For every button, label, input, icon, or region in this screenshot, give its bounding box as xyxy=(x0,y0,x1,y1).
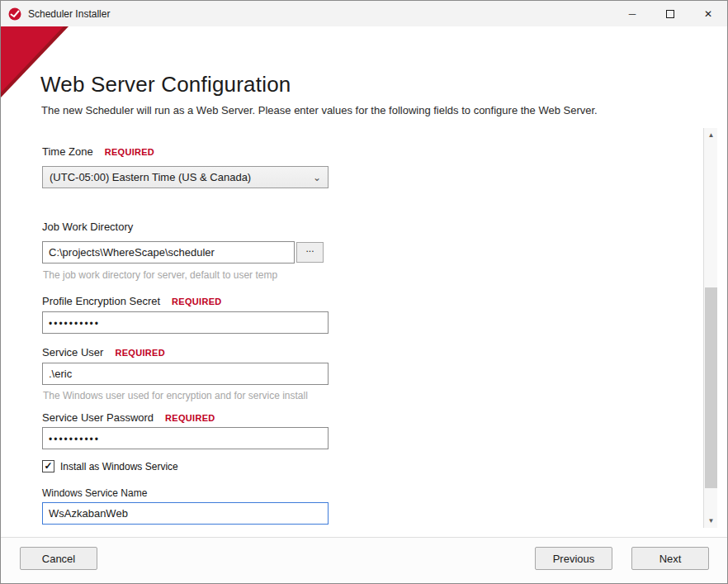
previous-button[interactable]: Previous xyxy=(535,547,612,570)
footer-bar: Cancel Previous Next xyxy=(1,537,727,583)
job-work-directory-label-row: Job Work Directory xyxy=(42,221,133,233)
cancel-button[interactable]: Cancel xyxy=(20,547,97,570)
time-zone-label-row: Time Zone REQUIRED xyxy=(42,145,154,158)
profile-encryption-secret-label-row: Profile Encryption Secret REQUIRED xyxy=(42,295,222,307)
close-button[interactable]: ✕ xyxy=(689,1,727,26)
service-user-password-label: Service User Password xyxy=(42,411,154,424)
browse-directory-button[interactable]: ... xyxy=(296,242,324,263)
time-zone-select[interactable]: (UTC-05:00) Eastern Time (US & Canada) ⌄ xyxy=(42,166,329,188)
service-user-password-label-row: Service User Password REQUIRED xyxy=(42,411,215,424)
service-user-password-input[interactable] xyxy=(42,427,329,449)
minimize-button[interactable]: ─ xyxy=(613,1,651,26)
page-title: Web Server Configuration xyxy=(40,72,291,97)
window-controls: ─ ✕ xyxy=(613,1,727,26)
time-zone-required-badge: REQUIRED xyxy=(105,147,154,157)
app-logo-icon xyxy=(8,7,21,21)
maximize-button[interactable] xyxy=(651,1,689,26)
service-user-label-row: Service User REQUIRED xyxy=(42,346,165,358)
checkmark-icon: ✓ xyxy=(44,460,52,472)
service-user-required-badge: REQUIRED xyxy=(115,348,164,358)
title-bar: Scheduler Installer ─ ✕ xyxy=(1,1,727,26)
install-as-windows-service-checkbox[interactable]: ✓ xyxy=(42,460,54,472)
profile-encryption-secret-input[interactable] xyxy=(42,311,329,334)
chevron-down-icon: ⌄ xyxy=(313,173,321,182)
browse-button-label: ... xyxy=(305,243,314,254)
scrollbar-thumb[interactable] xyxy=(705,287,717,488)
service-user-input[interactable] xyxy=(42,363,329,385)
windows-service-name-label: Windows Service Name xyxy=(42,487,147,499)
scroll-down-icon[interactable]: ▼ xyxy=(704,514,718,528)
windows-service-name-input[interactable] xyxy=(42,502,329,525)
close-icon: ✕ xyxy=(704,8,712,20)
install-as-windows-service-label: Install as Windows Service xyxy=(60,461,178,472)
time-zone-label: Time Zone xyxy=(42,145,93,158)
windows-service-name-label-row: Windows Service Name xyxy=(42,487,147,499)
profile-encryption-secret-required-badge: REQUIRED xyxy=(172,297,221,306)
job-work-directory-input[interactable] xyxy=(42,241,295,264)
scroll-up-icon[interactable]: ▲ xyxy=(704,128,718,142)
window-title: Scheduler Installer xyxy=(28,8,110,20)
service-user-label: Service User xyxy=(42,346,103,358)
minimize-icon: ─ xyxy=(629,8,636,20)
maximize-icon xyxy=(666,10,674,18)
vertical-scrollbar[interactable]: ▲ ▼ xyxy=(703,128,717,528)
service-user-password-required-badge: REQUIRED xyxy=(165,413,215,423)
service-user-help: The Windows user used for encryption and… xyxy=(43,390,308,401)
next-button[interactable]: Next xyxy=(631,547,709,570)
page-subtitle: The new Scheduler will run as a Web Serv… xyxy=(41,104,598,116)
installer-window: Scheduler Installer ─ ✕ Web Server Confi… xyxy=(0,0,728,584)
job-work-directory-help: The job work directory for server, defau… xyxy=(43,269,277,281)
profile-encryption-secret-label: Profile Encryption Secret xyxy=(42,295,160,307)
install-as-windows-service-row: ✓ Install as Windows Service xyxy=(42,460,178,472)
job-work-directory-label: Job Work Directory xyxy=(42,221,133,233)
time-zone-selected-value: (UTC-05:00) Eastern Time (US & Canada) xyxy=(50,171,251,183)
